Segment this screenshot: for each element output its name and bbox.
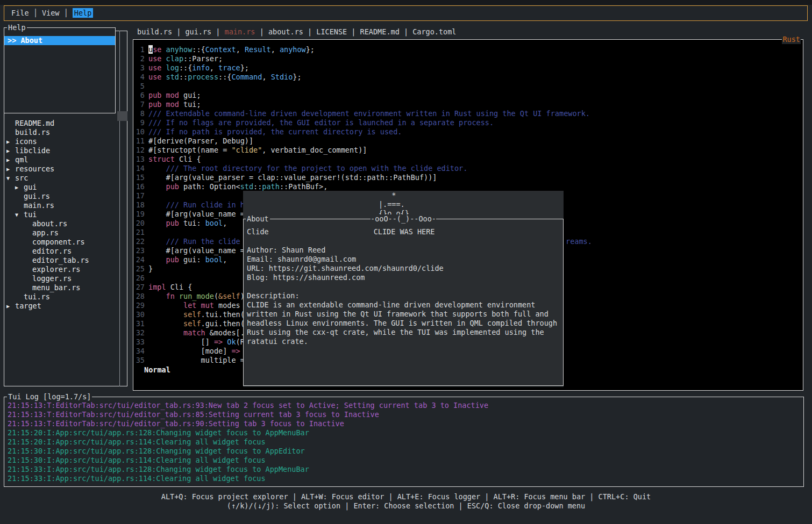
code-token: /// The root directory for the project t… — [148, 164, 467, 173]
log-line-info: 21:15:20:I:App:src/tui/app.rs:128:Changi… — [8, 428, 488, 437]
tree-item-app-rs[interactable]: app.rs — [4, 228, 89, 238]
code-token: pub — [166, 255, 179, 264]
tree-item-editor-rs[interactable]: editor.rs — [4, 247, 89, 256]
line-number: 26 — [134, 274, 145, 283]
menu-items: File │ View │ Help — [11, 9, 93, 18]
code-token: use — [148, 54, 161, 63]
menu-item-file[interactable]: File — [11, 9, 29, 17]
file-tree: README.md build.rs▶icons▶libclide▶qml▶re… — [4, 119, 89, 311]
tree-item-README-md[interactable]: README.md — [4, 119, 89, 128]
about-popup-text-line: Email: shaunrd0@gmail.com — [247, 255, 557, 264]
tree-item-label: logger.rs — [32, 274, 72, 283]
menu-item-view[interactable]: View — [42, 9, 60, 17]
code-token: modes — [214, 301, 240, 310]
code-token: , — [223, 219, 227, 227]
tab-README-md[interactable]: README.md — [360, 27, 400, 36]
code-token: log — [166, 63, 179, 72]
code-text: /// The root directory for the project t… — [148, 164, 467, 173]
code-token: #[arg(value_parser = clap::value_parser!… — [148, 173, 437, 182]
tree-item-label: README.md — [15, 119, 54, 127]
explorer-scrollbar-thumb[interactable] — [117, 111, 127, 121]
tab-separator: | — [400, 27, 412, 36]
tree-indent-spacer — [6, 119, 15, 128]
tree-item-component-rs[interactable]: component.rs — [4, 238, 89, 247]
code-text: /// Extendable command-line driven devel… — [148, 109, 590, 118]
tree-item-qml[interactable]: ▶qml — [4, 155, 89, 164]
code-token: gui: — [179, 255, 205, 264]
code-token: #[arg(value_name = — [148, 246, 245, 255]
tree-item-gui-rs[interactable]: gui.rs — [4, 192, 89, 201]
about-popup-text-line: Description: — [247, 291, 557, 300]
log-line-info: 21:15:33:I:App:src/tui/app.rs:114:Cleari… — [8, 474, 488, 483]
code-token — [161, 63, 166, 72]
code-token: .gui.then( — [201, 319, 245, 328]
tab-Cargo-toml[interactable]: Cargo.toml — [412, 27, 456, 36]
tree-item-label: build.rs — [15, 128, 50, 137]
line-number: 16 — [134, 182, 145, 191]
code-text: use std::process::{Command, Stdio}; — [148, 73, 302, 82]
tree-item-tui-rs[interactable]: tui.rs — [4, 292, 89, 302]
tab-gui-rs[interactable]: gui.rs — [185, 27, 211, 36]
tree-item-logger-rs[interactable]: logger.rs — [4, 274, 89, 283]
code-token: std — [166, 73, 179, 81]
tree-item-label: tui — [24, 210, 37, 219]
tui-log-title: Tui Log [log=1.7/s] — [7, 392, 92, 401]
code-token — [148, 255, 166, 264]
tree-indent-spacer — [6, 128, 15, 137]
tree-item-src[interactable]: ▼src — [4, 174, 89, 183]
code-token: run_mode — [179, 292, 214, 300]
code-token: process — [188, 73, 218, 81]
line-number: 12 — [134, 146, 145, 155]
menu-item-help[interactable]: Help — [73, 8, 94, 18]
line-number: 9 — [134, 118, 145, 127]
code-token: match — [183, 328, 205, 337]
tree-item-menu_bar-rs[interactable]: menu_bar.rs — [4, 283, 89, 292]
line-number: 25 — [134, 264, 145, 274]
about-popup: * |.===. {}o o{} About -ooO--(_)--Ooo- C… — [243, 191, 564, 387]
tui-log-lines: 21:15:13:T:EditorTab:src/tui/editor_tab.… — [8, 401, 488, 483]
code-token: impl — [148, 283, 166, 291]
tree-item-explorer-rs[interactable]: explorer.rs — [4, 265, 89, 274]
tree-indent-spacer — [24, 247, 32, 256]
tree-item-build-rs[interactable]: build.rs — [4, 128, 89, 137]
keybinding-help-line1: ALT+Q: Focus project explorer | ALT+W: F… — [0, 492, 812, 501]
tree-item-about-rs[interactable]: about.rs — [4, 219, 89, 228]
tree-item-label: component.rs — [32, 238, 85, 246]
tree-item-icons[interactable]: ▶icons — [4, 137, 89, 146]
code-line: 6pub mod gui; — [134, 91, 590, 100]
tree-item-main-rs[interactable]: main.rs — [4, 201, 89, 210]
dropdown-item-about[interactable]: >> About — [4, 36, 115, 45]
tree-item-editor_tab-rs[interactable]: editor_tab.rs — [4, 256, 89, 265]
tab-build-rs[interactable]: build.rs — [137, 27, 172, 36]
line-number: 30 — [134, 310, 145, 319]
about-popup-text-line — [247, 236, 557, 246]
tab-about-rs[interactable]: about.rs — [268, 27, 303, 36]
code-token: }; — [240, 63, 249, 72]
text-cursor: u — [148, 45, 153, 54]
code-token: gui; — [179, 91, 201, 99]
tab-separator: | — [172, 27, 185, 36]
code-token: [] — [148, 338, 214, 346]
menu-separator: │ — [29, 9, 42, 17]
tree-item-gui[interactable]: ▶gui — [4, 183, 89, 192]
code-token — [148, 328, 183, 337]
tree-item-label: menu_bar.rs — [32, 283, 80, 292]
tree-item-target[interactable]: ▶target — [4, 302, 89, 311]
tree-item-label: explorer.rs — [32, 265, 80, 274]
code-text: impl Cli { — [148, 283, 192, 292]
tree-item-tui[interactable]: ▼tui — [4, 210, 89, 219]
about-popup-text-line: Author: Shaun Reed — [247, 246, 557, 255]
tree-item-libclide[interactable]: ▶libclide — [4, 146, 89, 155]
tab-main-rs[interactable]: main.rs — [225, 27, 255, 36]
tree-indent-spacer — [24, 228, 32, 238]
tab-LICENSE[interactable]: LICENSE — [316, 27, 347, 36]
tui-log-panel[interactable]: Tui Log [log=1.7/s] 21:15:13:T:EditorTab… — [4, 397, 804, 487]
code-token: Command — [231, 73, 262, 81]
code-token: trace — [218, 63, 240, 72]
code-token — [161, 45, 166, 54]
code-overflow-fragment: reams. — [566, 237, 592, 246]
code-token: self — [183, 310, 201, 319]
code-token: multiple = — [148, 356, 245, 364]
tree-item-resources[interactable]: ▶resources — [4, 164, 89, 174]
code-token: /// If no flags are provided, the GUI ed… — [148, 118, 494, 127]
